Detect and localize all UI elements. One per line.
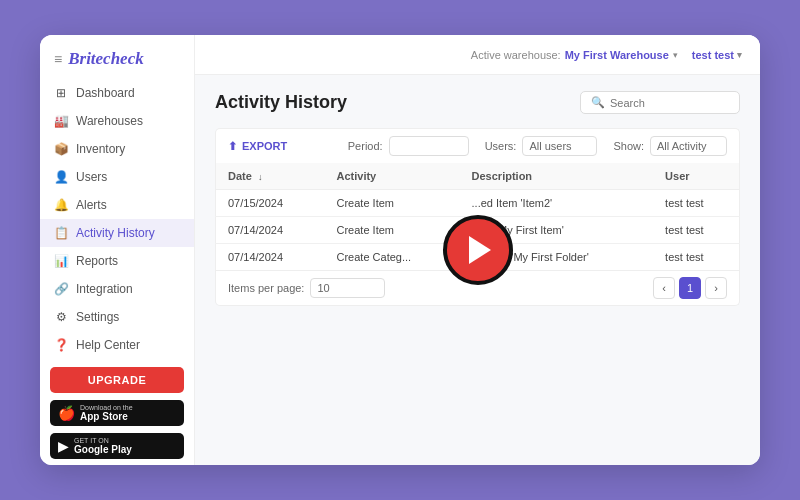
sidebar-item-label: Settings <box>76 310 119 324</box>
sidebar-item-label: Dashboard <box>76 86 135 100</box>
sidebar-item-label: Users <box>76 170 107 184</box>
warehouse-name[interactable]: My First Warehouse <box>565 49 669 61</box>
topbar-warehouse: Active warehouse: My First Warehouse ▾ <box>471 49 678 61</box>
sidebar-item-help-center[interactable]: ❓ Help Center <box>40 331 194 359</box>
sidebar-bottom: UPGRADE 🍎 Download on the App Store ▶ GE… <box>40 359 194 465</box>
play-button[interactable] <box>443 215 513 285</box>
app-store-small: Download on the <box>80 404 133 411</box>
col-description: Description <box>460 163 654 190</box>
sidebar-item-users[interactable]: 👤 Users <box>40 163 194 191</box>
items-per-page-label: Items per page: <box>228 282 304 294</box>
sidebar-item-label: Inventory <box>76 142 125 156</box>
sidebar-item-alerts[interactable]: 🔔 Alerts <box>40 191 194 219</box>
sidebar-nav: ⊞ Dashboard 🏭 Warehouses 📦 Inventory 👤 U… <box>40 79 194 359</box>
sidebar-item-dashboard[interactable]: ⊞ Dashboard <box>40 79 194 107</box>
table-header-row: Date ↓ Activity Description User <box>216 163 740 190</box>
next-page-button[interactable]: › <box>705 277 727 299</box>
per-page-select[interactable]: 10 <box>310 278 385 298</box>
pagination-controls: ‹ 1 › <box>653 277 727 299</box>
integration-icon: 🔗 <box>54 282 68 296</box>
google-play-icon: ▶ <box>58 438 69 454</box>
sort-arrow-icon: ↓ <box>258 172 263 182</box>
search-icon: 🔍 <box>591 96 605 109</box>
sidebar-item-settings[interactable]: ⚙ Settings <box>40 303 194 331</box>
export-icon: ⬆ <box>228 140 237 153</box>
cell-activity: Create Item <box>325 217 460 244</box>
export-button[interactable]: ⬆ EXPORT <box>228 140 287 153</box>
sidebar-item-label: Integration <box>76 282 133 296</box>
period-label: Period: <box>348 140 383 152</box>
toolbar: ⬆ EXPORT Period: Users: All users <box>215 128 740 163</box>
warehouses-icon: 🏭 <box>54 114 68 128</box>
alerts-icon: 🔔 <box>54 198 68 212</box>
period-group: Period: <box>348 136 469 156</box>
user-chevron-icon: ▾ <box>737 50 742 60</box>
video-overlay[interactable] <box>443 215 513 285</box>
warehouse-chevron-icon: ▾ <box>673 50 678 60</box>
prev-page-button[interactable]: ‹ <box>653 277 675 299</box>
sidebar-item-label: Help Center <box>76 338 140 352</box>
settings-icon: ⚙ <box>54 310 68 324</box>
users-label: Users: <box>485 140 517 152</box>
cell-activity: Create Item <box>325 190 460 217</box>
sidebar: ≡ Britecheck ⊞ Dashboard 🏭 Warehouses 📦 … <box>40 35 195 465</box>
page-header: Activity History 🔍 <box>215 91 740 114</box>
google-play-small: GET IT ON <box>74 437 132 444</box>
sidebar-item-label: Reports <box>76 254 118 268</box>
warehouse-label: Active warehouse: <box>471 49 561 61</box>
table-row: 07/15/2024Create Item...ed Item 'Item2't… <box>216 190 740 217</box>
apple-icon: 🍎 <box>58 405 75 421</box>
sidebar-item-label: Alerts <box>76 198 107 212</box>
users-select[interactable]: All users <box>522 136 597 156</box>
sidebar-logo: ≡ Britecheck <box>40 35 194 79</box>
main-wrapper: Active warehouse: My First Warehouse ▾ t… <box>195 35 760 465</box>
show-select[interactable]: All Activity <box>650 136 727 156</box>
sidebar-item-label: Activity History <box>76 226 155 240</box>
users-group: Users: All users <box>485 136 598 156</box>
sidebar-item-reports[interactable]: 📊 Reports <box>40 247 194 275</box>
app-store-badge[interactable]: 🍎 Download on the App Store <box>50 400 184 426</box>
google-play-text: GET IT ON Google Play <box>74 437 132 455</box>
menu-icon[interactable]: ≡ <box>54 51 62 67</box>
col-date[interactable]: Date ↓ <box>216 163 325 190</box>
search-box[interactable]: 🔍 <box>580 91 740 114</box>
cell-date: 07/14/2024 <box>216 244 325 271</box>
users-icon: 👤 <box>54 170 68 184</box>
sidebar-item-inventory[interactable]: 📦 Inventory <box>40 135 194 163</box>
cell-user: test test <box>653 190 739 217</box>
topbar: Active warehouse: My First Warehouse ▾ t… <box>195 35 760 75</box>
user-name: test test <box>692 49 734 61</box>
sidebar-item-integration[interactable]: 🔗 Integration <box>40 275 194 303</box>
page-title: Activity History <box>215 92 347 113</box>
sidebar-item-activity-history[interactable]: 📋 Activity History <box>40 219 194 247</box>
logo-text: Britecheck <box>68 49 144 69</box>
show-label: Show: <box>613 140 644 152</box>
cell-activity: Create Categ... <box>325 244 460 271</box>
upgrade-button[interactable]: UPGRADE <box>50 367 184 393</box>
cell-date: 07/15/2024 <box>216 190 325 217</box>
export-label: EXPORT <box>242 140 287 152</box>
topbar-user[interactable]: test test ▾ <box>692 49 742 61</box>
period-input[interactable] <box>389 136 469 156</box>
inventory-icon: 📦 <box>54 142 68 156</box>
reports-icon: 📊 <box>54 254 68 268</box>
sidebar-item-warehouses[interactable]: 🏭 Warehouses <box>40 107 194 135</box>
app-store-label: App Store <box>80 411 133 422</box>
items-per-page: Items per page: 10 <box>228 278 385 298</box>
dashboard-icon: ⊞ <box>54 86 68 100</box>
cell-user: test test <box>653 217 739 244</box>
col-user: User <box>653 163 739 190</box>
activity-history-icon: 📋 <box>54 226 68 240</box>
google-play-label: Google Play <box>74 444 132 455</box>
cell-description: ...ed Item 'Item2' <box>460 190 654 217</box>
play-icon <box>469 236 491 264</box>
sidebar-item-label: Warehouses <box>76 114 143 128</box>
col-activity: Activity <box>325 163 460 190</box>
search-input[interactable] <box>610 97 729 109</box>
help-icon: ❓ <box>54 338 68 352</box>
cell-date: 07/14/2024 <box>216 217 325 244</box>
cell-user: test test <box>653 244 739 271</box>
google-play-badge[interactable]: ▶ GET IT ON Google Play <box>50 433 184 459</box>
page-1-button[interactable]: 1 <box>679 277 701 299</box>
show-group: Show: All Activity <box>613 136 727 156</box>
